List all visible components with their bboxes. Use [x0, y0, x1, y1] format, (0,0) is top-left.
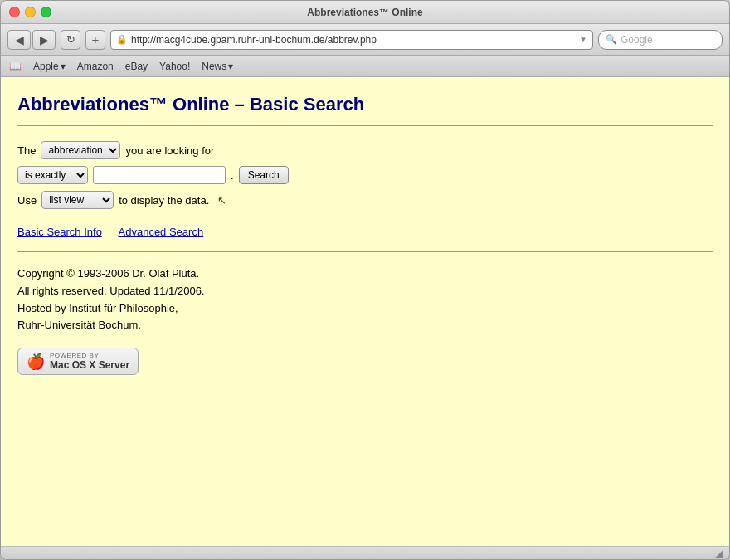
cursor-indicator: ↖	[217, 194, 226, 207]
page-title: Abbreviationes™ Online – Basic Search	[17, 94, 713, 115]
address-bar[interactable]: 🔒 http://macg4cube.gpam.ruhr-uni-bochum.…	[110, 30, 593, 50]
use-label: Use	[17, 194, 36, 207]
bookmarks-bar: 📖 Apple ▾ Amazon eBay Yahoo! News ▾	[1, 56, 729, 77]
prefix-label: The	[17, 144, 36, 157]
bookmark-news[interactable]: News ▾	[202, 61, 233, 72]
maximize-button[interactable]	[41, 7, 51, 17]
back-button[interactable]: ◀	[7, 30, 31, 50]
browser-window: Abbreviationes™ Online ◀ ▶ ↻ + 🔒 http://…	[0, 0, 730, 560]
title-bar: Abbreviationes™ Online	[1, 1, 729, 24]
address-security-icon: 🔒	[116, 34, 128, 45]
search-button[interactable]: Search	[239, 166, 289, 184]
dot-label: .	[231, 169, 234, 182]
powered-by-text-group: POWERED BY Mac OS X Server	[50, 352, 129, 371]
resize-handle: ◢	[715, 548, 723, 559]
bottom-divider	[17, 251, 713, 252]
abbreviation-dropdown[interactable]: abbreviation expansion	[41, 141, 120, 159]
search-bar[interactable]: 🔍 Google	[598, 30, 723, 50]
copyright-line2: All rights reserved. Updated 11/1/2006.	[17, 283, 713, 300]
powered-by-name: Mac OS X Server	[50, 359, 129, 371]
search-row-3: Use list view detail view to display the…	[17, 191, 713, 209]
copyright-line3: Hosted by Institut für Philosophie,	[17, 300, 713, 318]
top-divider	[17, 125, 713, 126]
search-input[interactable]: Google	[620, 34, 653, 46]
search-input-field[interactable]	[93, 166, 226, 184]
copyright-line4: Ruhr-Universität Bochum.	[17, 317, 713, 334]
copyright-section: Copyright © 1993-2006 Dr. Olaf Pluta. Al…	[17, 265, 713, 334]
bookmark-yahoo[interactable]: Yahoo!	[159, 61, 190, 72]
display-suffix-label: to display the data.	[119, 194, 209, 207]
window-title: Abbreviationes™ Online	[307, 7, 422, 18]
address-dropdown-icon: ▼	[579, 35, 587, 44]
add-tab-button[interactable]: +	[85, 30, 105, 50]
view-type-dropdown[interactable]: list view detail view	[41, 191, 114, 209]
close-button[interactable]	[9, 7, 20, 17]
minimize-button[interactable]	[25, 7, 36, 17]
forward-button[interactable]: ▶	[32, 30, 56, 50]
powered-by-label: POWERED BY	[50, 352, 129, 359]
search-section: The abbreviation expansion you are looki…	[17, 141, 713, 209]
search-magnifier-icon: 🔍	[606, 34, 617, 45]
bookmark-amazon[interactable]: Amazon	[77, 61, 114, 72]
nav-buttons: ◀ ▶	[7, 30, 56, 50]
bookmark-apple[interactable]: Apple ▾	[33, 61, 66, 72]
refresh-button[interactable]: ↻	[61, 30, 80, 50]
search-row-1: The abbreviation expansion you are looki…	[17, 141, 713, 159]
bookmark-ebay[interactable]: eBay	[125, 61, 148, 72]
window-controls	[9, 7, 51, 17]
suffix-label: you are looking for	[125, 144, 214, 157]
powered-by-badge[interactable]: 🍎 POWERED BY Mac OS X Server	[17, 348, 139, 375]
toolbar: ◀ ▶ ↻ + 🔒 http://macg4cube.gpam.ruhr-uni…	[1, 24, 729, 56]
status-bar: ◢	[1, 546, 729, 559]
page-content: Abbreviationes™ Online – Basic Search Th…	[1, 77, 729, 546]
links-section: Basic Search Info Advanced Search	[17, 226, 713, 238]
basic-search-info-link[interactable]: Basic Search Info	[17, 226, 102, 238]
bookmarks-open-icon[interactable]: 📖	[9, 61, 22, 72]
apple-logo-icon: 🍎	[27, 353, 45, 371]
match-type-dropdown[interactable]: is exactly starts with contains	[17, 166, 88, 184]
search-row-2: is exactly starts with contains . Search	[17, 166, 713, 184]
copyright-line1: Copyright © 1993-2006 Dr. Olaf Pluta.	[17, 265, 713, 283]
address-text: http://macg4cube.gpam.ruhr-uni-bochum.de…	[131, 34, 576, 46]
advanced-search-link[interactable]: Advanced Search	[119, 226, 204, 238]
